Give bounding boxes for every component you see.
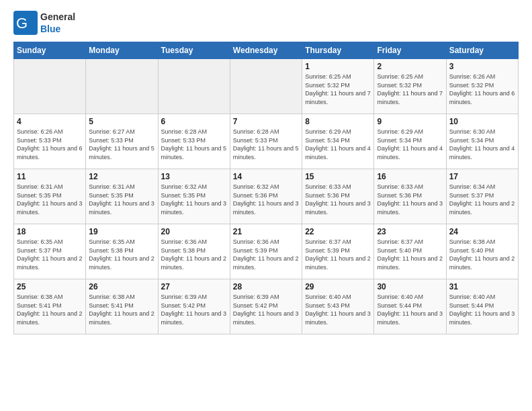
- day-number: 27: [161, 282, 227, 291]
- calendar-cell: [230, 59, 302, 114]
- day-number: 31: [449, 282, 515, 291]
- calendar-cell: 7 Sunrise: 6:28 AM Sunset: 5:33 PM Dayli…: [230, 114, 302, 169]
- day-number: 10: [449, 117, 515, 126]
- day-info: Sunrise: 6:39 AM Sunset: 5:42 PM Dayligh…: [233, 293, 299, 326]
- day-number: 4: [17, 117, 83, 126]
- sunrise: Sunrise: 6:35 AM: [89, 238, 135, 245]
- calendar-table: SundayMondayTuesdayWednesdayThursdayFrid…: [13, 42, 519, 334]
- sunset: Sunset: 5:33 PM: [17, 137, 62, 144]
- day-number: 8: [305, 117, 371, 126]
- daylight: Daylight: 11 hours and 4 minutes.: [377, 145, 443, 161]
- day-info: Sunrise: 6:37 AM Sunset: 5:39 PM Dayligh…: [305, 238, 371, 271]
- logo-general: General: [40, 11, 75, 22]
- sunrise: Sunrise: 6:36 AM: [161, 238, 208, 245]
- sunrise: Sunrise: 6:33 AM: [377, 183, 423, 190]
- day-info: Sunrise: 6:39 AM Sunset: 5:42 PM Dayligh…: [161, 293, 227, 326]
- calendar-cell: 11 Sunrise: 6:31 AM Sunset: 5:35 PM Dayl…: [14, 169, 86, 224]
- calendar-cell: 27 Sunrise: 6:39 AM Sunset: 5:42 PM Dayl…: [158, 279, 230, 334]
- daylight: Daylight: 11 hours and 3 minutes.: [161, 200, 227, 216]
- calendar-cell: 12 Sunrise: 6:31 AM Sunset: 5:35 PM Dayl…: [86, 169, 158, 224]
- day-number: 30: [377, 282, 443, 291]
- sunset: Sunset: 5:32 PM: [305, 82, 350, 89]
- calendar-cell: 18 Sunrise: 6:35 AM Sunset: 5:37 PM Dayl…: [14, 224, 86, 279]
- calendar-week-row: 18 Sunrise: 6:35 AM Sunset: 5:37 PM Dayl…: [14, 224, 519, 279]
- calendar-cell: 3 Sunrise: 6:26 AM Sunset: 5:32 PM Dayli…: [446, 59, 518, 114]
- calendar-day-header: Sunday: [14, 42, 86, 59]
- daylight: Daylight: 11 hours and 4 minutes.: [449, 145, 515, 161]
- sunset: Sunset: 5:33 PM: [89, 137, 134, 144]
- sunrise: Sunrise: 6:26 AM: [17, 128, 63, 135]
- logo-icon: G: [13, 11, 38, 35]
- day-info: Sunrise: 6:25 AM Sunset: 5:32 PM Dayligh…: [377, 73, 443, 106]
- daylight: Daylight: 11 hours and 7 minutes.: [377, 90, 443, 105]
- day-info: Sunrise: 6:30 AM Sunset: 5:34 PM Dayligh…: [449, 128, 515, 161]
- day-number: 3: [449, 62, 515, 71]
- day-number: 18: [17, 227, 83, 236]
- day-info: Sunrise: 6:32 AM Sunset: 5:35 PM Dayligh…: [161, 183, 227, 216]
- sunset: Sunset: 5:42 PM: [233, 302, 278, 309]
- day-info: Sunrise: 6:35 AM Sunset: 5:38 PM Dayligh…: [89, 238, 154, 271]
- day-info: Sunrise: 6:37 AM Sunset: 5:40 PM Dayligh…: [377, 238, 443, 271]
- calendar-day-header: Monday: [86, 42, 158, 59]
- daylight: Daylight: 11 hours and 2 minutes.: [377, 255, 443, 271]
- sunrise: Sunrise: 6:37 AM: [305, 238, 351, 245]
- daylight: Daylight: 11 hours and 6 minutes.: [449, 90, 515, 105]
- calendar-cell: 16 Sunrise: 6:33 AM Sunset: 5:36 PM Dayl…: [374, 169, 446, 224]
- day-info: Sunrise: 6:38 AM Sunset: 5:41 PM Dayligh…: [89, 293, 154, 326]
- daylight: Daylight: 11 hours and 7 minutes.: [305, 90, 371, 105]
- daylight: Daylight: 11 hours and 2 minutes.: [17, 255, 83, 271]
- calendar-cell: 26 Sunrise: 6:38 AM Sunset: 5:41 PM Dayl…: [86, 279, 158, 334]
- day-number: 29: [305, 282, 371, 291]
- daylight: Daylight: 11 hours and 3 minutes.: [233, 310, 299, 326]
- day-info: Sunrise: 6:40 AM Sunset: 5:44 PM Dayligh…: [449, 293, 515, 326]
- sunrise: Sunrise: 6:40 AM: [305, 293, 351, 300]
- sunset: Sunset: 5:33 PM: [233, 137, 278, 144]
- day-number: 9: [377, 117, 443, 126]
- daylight: Daylight: 11 hours and 2 minutes.: [233, 255, 299, 271]
- daylight: Daylight: 11 hours and 3 minutes.: [161, 310, 227, 326]
- sunrise: Sunrise: 6:38 AM: [17, 293, 63, 300]
- day-info: Sunrise: 6:31 AM Sunset: 5:35 PM Dayligh…: [89, 183, 154, 216]
- sunrise: Sunrise: 6:34 AM: [449, 183, 496, 190]
- sunset: Sunset: 5:36 PM: [305, 192, 350, 199]
- sunset: Sunset: 5:34 PM: [449, 137, 494, 144]
- day-number: 25: [17, 282, 83, 291]
- day-number: 20: [161, 227, 227, 236]
- sunrise: Sunrise: 6:25 AM: [377, 73, 423, 80]
- day-number: 21: [233, 227, 299, 236]
- daylight: Daylight: 11 hours and 5 minutes.: [89, 145, 154, 161]
- calendar-cell: 24 Sunrise: 6:38 AM Sunset: 5:40 PM Dayl…: [446, 224, 518, 279]
- sunset: Sunset: 5:38 PM: [89, 247, 134, 254]
- sunrise: Sunrise: 6:39 AM: [233, 293, 279, 300]
- sunset: Sunset: 5:40 PM: [449, 247, 494, 254]
- sunrise: Sunrise: 6:39 AM: [161, 293, 208, 300]
- day-info: Sunrise: 6:33 AM Sunset: 5:36 PM Dayligh…: [377, 183, 443, 216]
- daylight: Daylight: 11 hours and 2 minutes.: [17, 310, 83, 326]
- day-number: 5: [89, 117, 154, 126]
- sunrise: Sunrise: 6:29 AM: [377, 128, 423, 135]
- sunrise: Sunrise: 6:36 AM: [233, 238, 279, 245]
- calendar-cell: [14, 59, 86, 114]
- daylight: Daylight: 11 hours and 3 minutes.: [89, 200, 154, 216]
- calendar-cell: 13 Sunrise: 6:32 AM Sunset: 5:35 PM Dayl…: [158, 169, 230, 224]
- sunrise: Sunrise: 6:40 AM: [377, 293, 423, 300]
- calendar-day-header: Friday: [374, 42, 446, 59]
- daylight: Daylight: 11 hours and 3 minutes.: [17, 200, 83, 216]
- sunrise: Sunrise: 6:32 AM: [233, 183, 279, 190]
- daylight: Daylight: 11 hours and 3 minutes.: [377, 310, 443, 326]
- day-info: Sunrise: 6:28 AM Sunset: 5:33 PM Dayligh…: [233, 128, 299, 161]
- day-number: 2: [377, 62, 443, 71]
- daylight: Daylight: 11 hours and 3 minutes.: [305, 310, 371, 326]
- calendar-week-row: 11 Sunrise: 6:31 AM Sunset: 5:35 PM Dayl…: [14, 169, 519, 224]
- calendar-cell: [158, 59, 230, 114]
- day-info: Sunrise: 6:29 AM Sunset: 5:34 PM Dayligh…: [377, 128, 443, 161]
- calendar-cell: 31 Sunrise: 6:40 AM Sunset: 5:44 PM Dayl…: [446, 279, 518, 334]
- calendar-day-header: Saturday: [446, 42, 518, 59]
- day-number: 22: [305, 227, 371, 236]
- sunrise: Sunrise: 6:25 AM: [305, 73, 351, 80]
- sunrise: Sunrise: 6:35 AM: [17, 238, 63, 245]
- calendar-cell: 15 Sunrise: 6:33 AM Sunset: 5:36 PM Dayl…: [302, 169, 374, 224]
- daylight: Daylight: 11 hours and 2 minutes.: [449, 200, 515, 216]
- daylight: Daylight: 11 hours and 3 minutes.: [305, 200, 371, 216]
- day-number: 23: [377, 227, 443, 236]
